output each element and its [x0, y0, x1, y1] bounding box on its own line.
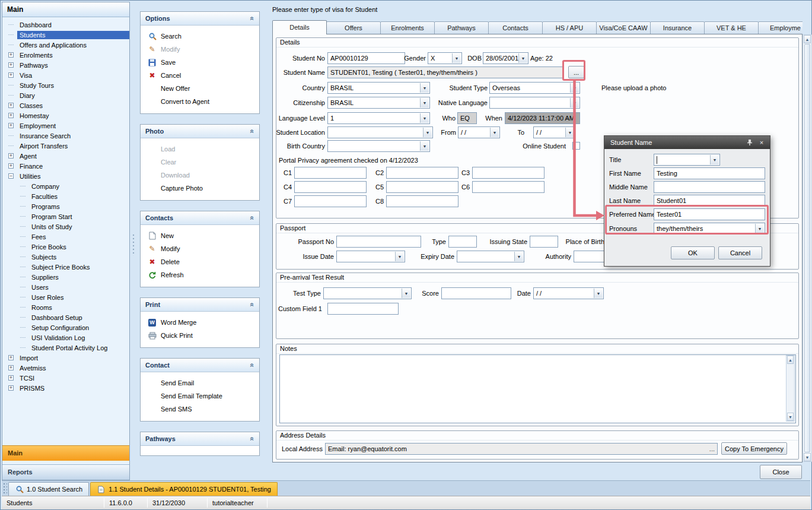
tab-contacts[interactable]: Contacts [488, 21, 543, 34]
sidebar-resize-handle[interactable] [132, 233, 136, 256]
dropdown-arrow-icon[interactable]: ▼ [402, 289, 410, 298]
tab-hs-apu[interactable]: HS / APU [542, 21, 597, 34]
expiry-date-combo[interactable]: ▼ [457, 251, 524, 262]
collapse-chevron-icon[interactable]: « [250, 437, 256, 441]
dropdown-arrow-icon[interactable]: ▼ [420, 141, 429, 151]
tree-item-utilities[interactable]: −Utilities [2, 171, 129, 181]
dropdown-arrow-icon[interactable]: ▼ [452, 53, 461, 63]
notes-scrollbar[interactable]: ▲ ▼ [786, 355, 795, 422]
dropdown-arrow-icon[interactable]: ▼ [755, 224, 764, 233]
tree-item-subjects[interactable]: Subjects [2, 252, 129, 262]
tree-item-enrolments[interactable]: +Enrolments [2, 50, 129, 60]
dropdown-arrow-icon[interactable]: ▼ [518, 53, 527, 63]
dialog-combo-title[interactable]: ▼ [654, 154, 720, 166]
tab-pathways[interactable]: Pathways [434, 21, 489, 34]
tree-item-price-books[interactable]: Price Books [2, 242, 129, 252]
page-scrollbar[interactable]: ▲ ▼ [803, 34, 812, 462]
tree-item-agent[interactable]: +Agent [2, 151, 129, 161]
tree-item-rooms[interactable]: Rooms [2, 302, 129, 312]
tree-item-subject-price-books[interactable]: Subject Price Books [2, 262, 129, 272]
tab-visa-coe-caaw[interactable]: Visa/CoE CAAW [596, 21, 651, 34]
action-send-email[interactable]: Send Email [141, 376, 259, 389]
expand-icon[interactable]: + [8, 62, 14, 68]
action-word-merge[interactable]: WWord Merge [141, 316, 259, 329]
dropdown-arrow-icon[interactable]: ▼ [565, 128, 574, 137]
tree-item-homestay[interactable]: +Homestay [2, 110, 129, 121]
action-refresh[interactable]: Refresh [141, 268, 259, 281]
tab-vet-he[interactable]: VET & HE [704, 21, 759, 34]
custom-field-input-c6[interactable] [472, 181, 544, 193]
scrollbar-thumb[interactable] [804, 44, 810, 452]
tab-insurance[interactable]: Insurance [650, 21, 705, 34]
document-tab-2[interactable]: 1.1 Student Details - AP00010129 STUDENT… [90, 482, 278, 496]
custom-field-input-c8[interactable] [386, 195, 458, 207]
collapse-chevron-icon[interactable]: « [250, 363, 256, 368]
tree-item-company[interactable]: Company [2, 181, 129, 191]
expand-icon[interactable]: + [8, 375, 14, 381]
tree-item-visa[interactable]: +Visa [2, 70, 129, 80]
student-no-input[interactable]: AP00010129 [327, 52, 405, 64]
tree-item-tcsi[interactable]: +TCSI [2, 373, 129, 383]
dialog-combo-pronouns[interactable]: they/them/theirs▼ [654, 223, 765, 235]
dropdown-arrow-icon[interactable]: ▼ [490, 128, 499, 137]
action-modify[interactable]: ✎Modify [141, 242, 259, 255]
dropdown-arrow-icon[interactable]: ▼ [420, 98, 429, 107]
action-save[interactable]: Save [141, 56, 259, 69]
student-type-combo[interactable]: Overseas▼ [489, 82, 580, 94]
panel-header-options[interactable]: Options« [141, 12, 259, 26]
expand-icon[interactable]: + [8, 52, 14, 58]
action-search[interactable]: Search [141, 30, 259, 43]
tree-item-airport-transfers[interactable]: Airport Transfers [2, 141, 129, 151]
action-send-email-template[interactable]: Send Email Template [141, 389, 259, 403]
sidebar-splitter[interactable] [2, 443, 129, 445]
tree-item-student-portal-activity-log[interactable]: Student Portal Activity Log [2, 343, 129, 353]
collapse-chevron-icon[interactable]: « [250, 129, 256, 134]
expand-icon[interactable]: + [8, 355, 14, 360]
dropdown-arrow-icon[interactable]: ▼ [570, 98, 579, 107]
tree-item-prisms[interactable]: +PRISMS [2, 383, 129, 393]
tree-item-pathways[interactable]: +Pathways [2, 60, 129, 70]
expand-icon[interactable]: + [8, 153, 14, 159]
tab-enrolments[interactable]: Enrolments [380, 21, 435, 34]
dialog-input-middle-name[interactable] [654, 181, 765, 193]
student-location-combo[interactable]: ▼ [327, 126, 433, 138]
tree-item-import[interactable]: +Import [2, 353, 129, 363]
action-delete[interactable]: ✖Delete [141, 255, 259, 268]
scroll-down-icon[interactable]: ▼ [787, 413, 794, 421]
tab-bar-grip[interactable] [3, 483, 7, 495]
action-send-sms[interactable]: Send SMS [141, 403, 259, 416]
expand-icon[interactable]: + [8, 103, 14, 108]
collapse-chevron-icon[interactable]: « [250, 17, 256, 21]
panel-header-contacts[interactable]: Contacts« [141, 211, 259, 225]
expand-icon[interactable]: + [8, 365, 14, 370]
custom-field-input-c7[interactable] [294, 195, 367, 207]
gender-combo[interactable]: X▼ [428, 52, 462, 64]
dialog-cancel-button[interactable]: Cancel [718, 246, 762, 259]
action-quick-print[interactable]: Quick Print [141, 329, 259, 342]
country-combo[interactable]: BRASIL▼ [327, 82, 430, 94]
nav-reports-button[interactable]: Reports [2, 464, 129, 480]
expand-icon[interactable]: + [8, 385, 14, 391]
scroll-up-icon[interactable]: ▲ [787, 356, 794, 364]
test-date-combo[interactable]: / /▼ [533, 287, 604, 299]
tree-item-suppliers[interactable]: Suppliers [2, 272, 129, 282]
action-capture-photo[interactable]: Capture Photo [141, 182, 259, 195]
tree-item-finance[interactable]: +Finance [2, 161, 129, 171]
scroll-down-icon[interactable]: ▼ [804, 453, 811, 461]
tree-item-program-start[interactable]: Program Start [2, 211, 129, 221]
notes-textarea[interactable] [279, 354, 796, 423]
dialog-ok-button[interactable]: OK [671, 246, 715, 259]
action-cancel[interactable]: ✖Cancel [141, 69, 259, 82]
dropdown-arrow-icon[interactable]: ▼ [710, 155, 719, 164]
action-new[interactable]: New [141, 229, 259, 242]
tree-item-employment[interactable]: +Employment [2, 121, 129, 131]
language-level-combo[interactable]: 1▼ [327, 112, 430, 124]
student-name-field[interactable]: STUDENT01, Testing ( Tester01, they/them… [327, 66, 564, 78]
score-input[interactable] [441, 287, 511, 299]
expand-icon[interactable]: + [8, 123, 14, 128]
issuing-state-input[interactable] [530, 236, 558, 248]
custom-field-input-c4[interactable] [294, 181, 367, 193]
expand-icon[interactable]: + [8, 163, 14, 169]
dialog-input-preferred-name[interactable]: Tester01 [654, 208, 765, 220]
tree-item-setup-configuration[interactable]: Setup Configuration [2, 322, 129, 332]
